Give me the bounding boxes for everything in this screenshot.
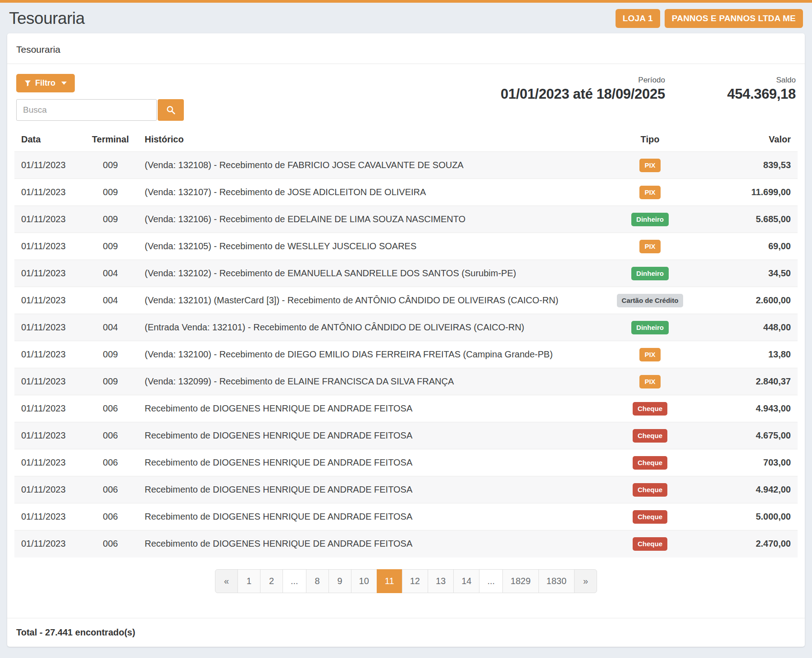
table-row: 01/11/2023006Recebimento de DIOGENES HEN… <box>14 476 798 503</box>
period-stat: Período 01/01/2023 até 18/09/2025 <box>501 76 665 102</box>
tipo-badge: PIX <box>639 348 660 361</box>
period-label: Período <box>501 76 665 85</box>
pagination-page-1[interactable]: 1 <box>237 569 260 593</box>
tipo-badge: Cheque <box>633 483 667 497</box>
cell-tipo: Cheque <box>599 449 701 476</box>
cell-data: 01/11/2023 <box>14 287 83 314</box>
tipo-badge: Cheque <box>633 537 667 551</box>
cell-valor: 34,50 <box>701 260 798 287</box>
table-row: 01/11/2023004(Entrada Venda: 132101) - R… <box>14 314 798 341</box>
cell-historico: Recebimento de DIOGENES HENRIQUE DE ANDR… <box>138 449 599 476</box>
cell-tipo: PIX <box>599 341 701 368</box>
col-header-data: Data <box>14 129 83 152</box>
pagination-page-9[interactable]: 9 <box>328 569 351 593</box>
cell-valor: 11.699,00 <box>701 179 798 206</box>
pagination-page-12[interactable]: 12 <box>402 569 428 593</box>
table-row: 01/11/2023006Recebimento de DIOGENES HEN… <box>14 422 798 449</box>
tipo-badge: Dinheiro <box>631 267 669 280</box>
tipo-badge: Cheque <box>633 456 667 470</box>
table-row: 01/11/2023004(Venda: 132101) (MasterCard… <box>14 287 798 314</box>
period-value: 01/01/2023 até 18/09/2025 <box>501 86 665 102</box>
tipo-badge: Cheque <box>633 510 667 524</box>
filter-button[interactable]: Filtro <box>16 74 75 92</box>
cell-valor: 4.942,00 <box>701 476 798 503</box>
search-group <box>16 99 184 121</box>
cell-historico: Recebimento de DIOGENES HENRIQUE DE ANDR… <box>138 422 599 449</box>
page-title: Tesouraria <box>9 9 85 28</box>
transactions-table: Data Terminal Histórico Tipo Valor 01/11… <box>14 129 798 557</box>
table-row: 01/11/2023006Recebimento de DIOGENES HEN… <box>14 395 798 422</box>
cell-terminal: 004 <box>83 260 138 287</box>
cell-data: 01/11/2023 <box>14 422 83 449</box>
cell-tipo: Cheque <box>599 503 701 530</box>
pagination-page-8[interactable]: 8 <box>306 569 329 593</box>
funnel-icon <box>24 80 31 87</box>
cell-tipo: PIX <box>599 233 701 260</box>
pagination-next[interactable]: » <box>574 569 597 593</box>
filter-search-area: Filtro <box>16 74 184 121</box>
search-button[interactable] <box>158 99 184 121</box>
filter-button-label: Filtro <box>35 78 55 88</box>
table-row: 01/11/2023009(Venda: 132100) - Recebimen… <box>14 341 798 368</box>
tipo-badge: Cheque <box>633 402 667 416</box>
total-count: Total - 27.441 encontrado(s) <box>7 618 805 647</box>
pagination-page-10[interactable]: 10 <box>351 569 377 593</box>
cell-data: 01/11/2023 <box>14 314 83 341</box>
pagination-page-2[interactable]: 2 <box>260 569 283 593</box>
table-header-row: Data Terminal Histórico Tipo Valor <box>14 129 798 152</box>
cell-historico: Recebimento de DIOGENES HENRIQUE DE ANDR… <box>138 503 599 530</box>
cell-valor: 839,53 <box>701 152 798 179</box>
cell-tipo: PIX <box>599 179 701 206</box>
cell-terminal: 009 <box>83 206 138 233</box>
table-row: 01/11/2023009(Venda: 132105) - Recebimen… <box>14 233 798 260</box>
cell-valor: 69,00 <box>701 233 798 260</box>
cell-valor: 5.685,00 <box>701 206 798 233</box>
cell-tipo: Cheque <box>599 395 701 422</box>
pagination-prev[interactable]: « <box>215 569 238 593</box>
saldo-label: Saldo <box>727 76 796 85</box>
cell-data: 01/11/2023 <box>14 152 83 179</box>
table-row: 01/11/2023006Recebimento de DIOGENES HEN… <box>14 503 798 530</box>
tipo-badge: PIX <box>639 375 660 388</box>
card-title: Tesouraria <box>7 33 805 64</box>
search-icon <box>166 105 176 115</box>
cell-data: 01/11/2023 <box>14 449 83 476</box>
tipo-badge: PIX <box>639 186 660 199</box>
tipo-badge: PIX <box>639 240 660 253</box>
cell-tipo: Cheque <box>599 422 701 449</box>
cell-tipo: PIX <box>599 152 701 179</box>
cell-historico: Recebimento de DIOGENES HENRIQUE DE ANDR… <box>138 476 599 503</box>
cell-terminal: 006 <box>83 503 138 530</box>
cell-data: 01/11/2023 <box>14 395 83 422</box>
pagination-page-11[interactable]: 11 <box>377 569 402 593</box>
store-button[interactable]: LOJA 1 <box>616 9 660 28</box>
pagination-page-1830[interactable]: 1830 <box>538 569 575 593</box>
col-header-tipo: Tipo <box>599 129 701 152</box>
tipo-badge: Cartão de Crédito <box>617 294 684 307</box>
cell-terminal: 009 <box>83 233 138 260</box>
cell-valor: 2.840,37 <box>701 368 798 395</box>
pagination: «12...891011121314...18291830» <box>215 569 597 593</box>
toolbar: Filtro Período 01/01/2023 até 1 <box>7 64 805 123</box>
pagination-page-13[interactable]: 13 <box>428 569 454 593</box>
cell-valor: 448,00 <box>701 314 798 341</box>
pagination-page-14[interactable]: 14 <box>453 569 479 593</box>
company-button[interactable]: PANNOS E PANNOS LTDA ME <box>665 9 803 28</box>
cell-terminal: 009 <box>83 368 138 395</box>
cell-historico: (Entrada Venda: 132101) - Recebimento de… <box>138 314 599 341</box>
cell-tipo: Cheque <box>599 530 701 557</box>
cell-valor: 2.470,00 <box>701 530 798 557</box>
cell-historico: (Venda: 132100) - Recebimento de DIEGO E… <box>138 341 599 368</box>
cell-terminal: 009 <box>83 179 138 206</box>
search-input[interactable] <box>16 99 157 121</box>
cell-historico: (Venda: 132108) - Recebimento de FABRICI… <box>138 152 599 179</box>
table-row: 01/11/2023006Recebimento de DIOGENES HEN… <box>14 530 798 557</box>
stats: Período 01/01/2023 até 18/09/2025 Saldo … <box>501 74 796 102</box>
cell-historico: (Venda: 132101) (MasterCard [3]) - Receb… <box>138 287 599 314</box>
cell-tipo: Dinheiro <box>599 314 701 341</box>
tipo-badge: PIX <box>639 159 660 172</box>
cell-valor: 5.000,00 <box>701 503 798 530</box>
cell-terminal: 006 <box>83 395 138 422</box>
pagination-page-1829[interactable]: 1829 <box>502 569 539 593</box>
table-row: 01/11/2023009(Venda: 132106) - Recebimen… <box>14 206 798 233</box>
